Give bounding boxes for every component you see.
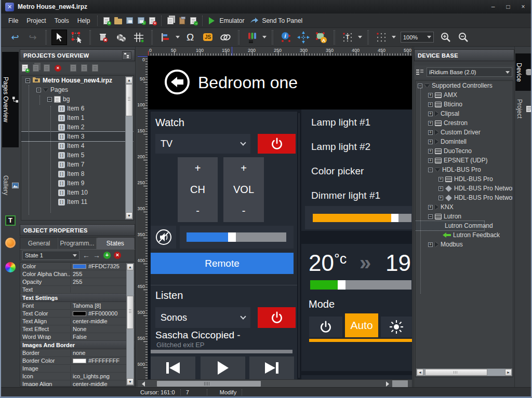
text-position-icon[interactable]: T [340,30,355,45]
text-color-swatch[interactable] [73,311,86,316]
volume-slider[interactable] [180,226,294,249]
property-row[interactable]: Word WrapFalse [20,333,135,341]
tree-item[interactable]: Item 6 [21,104,134,113]
tree-view-mode-icon[interactable] [122,51,131,60]
property-row[interactable]: FontTahoma [8] [20,302,135,310]
device-base-select[interactable]: iRidium Base (2.0) [427,67,512,77]
property-row[interactable]: Text Aligncenter-middle [20,318,135,325]
tree-item[interactable]: Item 1 [21,113,134,122]
design-climate-section[interactable]: 20°c » 19 Mode Auto [301,244,412,371]
menu-tools[interactable]: Tools [50,15,73,26]
tree-item[interactable]: Item 7 [21,160,134,169]
device-tree-item[interactable]: HDL-BUS Pro [416,165,513,174]
expand-toggle-icon[interactable] [47,97,52,102]
border-color-swatch[interactable] [73,359,86,363]
send-to-panel-button[interactable]: Send To Panel [262,17,302,24]
volume-down-button[interactable]: - [242,205,246,217]
align-tool-icon[interactable] [157,30,173,45]
expand-toggle-icon[interactable] [428,102,433,107]
expand-toggle-icon[interactable] [418,84,422,88]
tab-general[interactable]: General [20,238,58,249]
previous-track-button[interactable] [151,356,195,379]
slider-handle[interactable] [391,214,398,222]
projects-tree-scrollbar[interactable]: ▲ ▼ [125,76,133,219]
menu-help[interactable]: Help [73,15,95,26]
temperature-slider-track[interactable] [310,280,411,290]
copy-icon[interactable] [165,16,176,26]
property-row[interactable]: Color Alpha Chan...255 [20,270,135,278]
device-tree-item[interactable]: Modbus [416,240,513,249]
watch-power-button[interactable] [258,134,296,154]
scroll-down-icon[interactable]: ▼ [126,212,132,219]
design-av-section[interactable]: Watch TV + CH - + VOL - [151,112,297,379]
property-row[interactable]: Bordernone [20,349,135,357]
playback-progress[interactable] [151,350,292,353]
marquee-select-tool-icon[interactable] [69,30,85,45]
mode-off-button[interactable] [309,317,342,337]
scroll-left-icon[interactable] [142,381,145,387]
expand-toggle-icon[interactable] [428,112,433,116]
design-page-header[interactable]: Bedroom one [148,56,412,109]
save-all-icon[interactable]: ↓ [135,16,147,26]
expand-toggle-icon[interactable] [428,205,433,210]
device-tree-scrollbar[interactable]: ◄ ► [416,368,512,376]
scroll-left-icon[interactable]: ◄ [417,369,423,376]
property-row[interactable]: Image [20,365,135,373]
align-dropdown-icon[interactable] [176,36,180,38]
volume-stepper[interactable]: + VOL - [223,157,264,222]
script-editor-icon[interactable]: JS [200,30,216,45]
minimize-button[interactable]: – [487,3,499,10]
menu-project[interactable]: Project [22,15,50,26]
zoom-level-select[interactable]: 100% [401,32,434,43]
tab-project[interactable]: Project [515,92,532,126]
clone-item-icon[interactable] [92,64,98,72]
copy-item-icon[interactable] [70,64,76,72]
slider-handle[interactable] [228,232,236,242]
slider-handle[interactable] [338,280,345,290]
device-tree-item[interactable]: HDL-BUS Pro [416,174,513,184]
select-tool-icon[interactable] [51,30,67,45]
property-section-images-and-border[interactable]: Images And Border [20,341,135,349]
expand-toggle-icon[interactable] [428,121,433,126]
close-project-icon[interactable]: × [147,16,158,26]
expand-toggle-icon[interactable] [428,168,433,172]
move-tool-icon[interactable] [296,30,311,45]
new-project-icon[interactable]: + [101,16,112,26]
light-item[interactable]: Lamp light #2 [311,141,370,153]
dimmer-slider-track[interactable] [313,214,411,222]
device-tree-item[interactable]: Lutron Feedback [416,230,513,240]
property-row[interactable]: Opacity255 [20,278,135,286]
device-tree-item[interactable]: DuoTecno [416,146,513,156]
state-select[interactable]: State 1 [22,251,79,260]
expand-toggle-icon[interactable] [438,186,443,191]
paste-item-icon[interactable] [81,64,87,72]
tree-item-pages-group[interactable]: Pages [21,85,134,94]
property-section-text-settings[interactable]: Text Settings [20,294,135,302]
expand-toggle-icon[interactable] [428,140,433,144]
light-item[interactable]: Dimmer light #1 [311,190,380,201]
tab-device[interactable]: Device [515,53,532,91]
scroll-up-icon[interactable]: ▲ [127,264,134,270]
grid-icon[interactable] [131,30,147,45]
relations-omega-icon[interactable]: Ω [182,30,198,45]
text-tool-icon[interactable]: T [5,215,16,226]
maximize-button[interactable]: □ [502,3,514,10]
volume-slider-track[interactable] [187,232,286,242]
light-item[interactable]: Lamp light #1 [311,117,370,128]
delete-state-icon[interactable]: × [114,252,121,259]
paste-icon[interactable] [176,16,188,26]
mode-auto-button[interactable]: Auto [345,313,378,337]
device-tree-item[interactable]: EPSNET (UDP) [416,156,513,165]
scrollbar-thumb[interactable] [425,369,487,376]
expand-toggle-icon[interactable] [438,196,443,200]
device-tree-item[interactable]: AMX [416,90,513,100]
send-to-panel-icon[interactable] [248,16,260,26]
scrollbar-thumb[interactable] [127,296,134,329]
object-info-icon[interactable]: i [278,30,294,45]
save-icon[interactable] [124,16,135,26]
device-tree-item[interactable]: KNX [416,202,513,212]
add-page-icon[interactable]: + [22,64,28,72]
properties-scrollbar[interactable]: ▲ ▼ [126,263,134,386]
menu-file[interactable]: File [4,15,22,26]
color-swatch[interactable] [73,264,86,269]
